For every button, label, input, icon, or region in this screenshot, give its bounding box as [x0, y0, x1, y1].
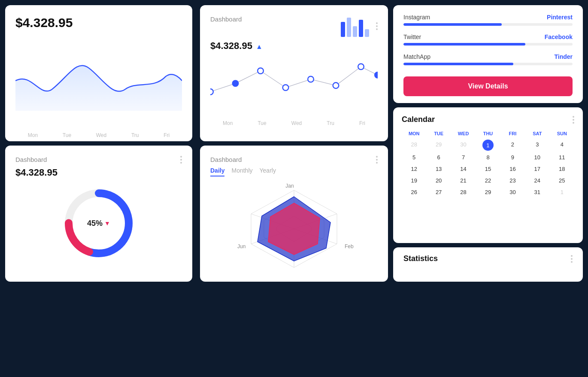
tab-yearly[interactable]: Yearly: [260, 167, 276, 176]
tab-daily[interactable]: Daily: [210, 167, 224, 176]
cal-day-4[interactable]: 4: [550, 140, 574, 151]
cal-day-8[interactable]: 8: [476, 152, 500, 162]
progress-bg-twitter: [403, 43, 573, 46]
card-header-dot: Dashboard: [210, 15, 378, 37]
cal-day-13[interactable]: 13: [426, 164, 451, 174]
dot-label-tue: Tue: [258, 120, 266, 126]
label-wed: Wed: [96, 132, 106, 138]
cal-week-3: 12 13 14 15 16 17 18: [402, 164, 574, 174]
cal-day-1-today[interactable]: 1: [482, 140, 494, 151]
social-row-twitter: Twitter Facebook: [403, 33, 573, 46]
svg-point-8: [333, 82, 339, 88]
cal-week-1: 28 29 30 1 2 3 4: [402, 140, 574, 151]
social-right-tinder: Tinder: [554, 53, 573, 60]
bar-4: [359, 20, 363, 37]
card-area-chart: $4.328.95 Mon Tue Wed Tru Fri: [5, 5, 192, 141]
cal-day-25[interactable]: 25: [550, 176, 574, 185]
svg-point-6: [283, 85, 289, 91]
cal-day-29[interactable]: 29: [476, 187, 500, 197]
view-details-button[interactable]: View Details: [403, 76, 573, 96]
cal-day-26[interactable]: 26: [402, 187, 426, 197]
menu-dots-donut[interactable]: [180, 156, 182, 164]
cal-day-28-prev[interactable]: 28: [402, 140, 426, 151]
radar-tabs: Daily Monthly Yearly: [210, 167, 378, 176]
cal-day-12[interactable]: 12: [402, 164, 426, 174]
cal-day-6[interactable]: 6: [426, 152, 451, 162]
svg-point-3: [210, 89, 213, 95]
card-donut: Dashboard $4.328.95 45% ▼: [5, 146, 192, 282]
cal-header-sun: SUN: [550, 131, 574, 136]
bar-5: [365, 29, 369, 37]
cal-week-4: 19 20 21 22 23 24 25: [402, 176, 574, 185]
progress-fill-matchapp: [403, 63, 513, 65]
cal-day-22[interactable]: 22: [476, 176, 500, 185]
progress-bg-instagram: [403, 23, 573, 26]
cal-day-19[interactable]: 19: [402, 176, 426, 185]
social-left-instagram: Instagram: [403, 14, 430, 21]
cal-day-24[interactable]: 24: [525, 176, 549, 185]
cal-week-5: 26 27 28 29 30 31 1: [402, 187, 574, 197]
card-radar: Dashboard Daily Monthly Yearly: [200, 146, 388, 282]
card-title-donut: Dashboard: [15, 156, 47, 163]
donut-amount: $4.328.95: [15, 167, 182, 178]
cal-day-30-prev[interactable]: 30: [451, 140, 476, 151]
card-title-dot: Dashboard: [210, 15, 242, 23]
cal-day-1-next[interactable]: 1: [550, 187, 574, 197]
cal-day-17[interactable]: 17: [525, 164, 549, 174]
cal-day-28[interactable]: 28: [451, 187, 476, 197]
cal-header-thu: THU: [476, 131, 500, 136]
svg-point-7: [308, 76, 314, 82]
chart-labels-bottom: Mon Tue Wed Tru Fri: [15, 132, 182, 138]
svg-text:Jun: Jun: [237, 243, 246, 249]
cal-day-30[interactable]: 30: [500, 187, 525, 197]
card-dot-chart: Dashboard $4.328.95 ▲: [200, 5, 388, 141]
cal-day-3[interactable]: 3: [525, 140, 549, 151]
card-social: Instagram Pinterest Twitter Facebook Mat…: [393, 5, 583, 103]
menu-dots-stats[interactable]: [571, 255, 573, 263]
cal-day-15[interactable]: 15: [476, 164, 500, 174]
bar-1: [341, 22, 345, 37]
cal-day-18[interactable]: 18: [550, 164, 574, 174]
donut-chart: 45% ▼: [15, 182, 182, 264]
dot-chart-labels: Mon Tue Wed Tru Fri: [210, 120, 378, 126]
menu-dots-calendar[interactable]: [573, 116, 574, 124]
tab-monthly[interactable]: Monthly: [231, 167, 252, 176]
cal-day-9[interactable]: 9: [500, 152, 525, 162]
card-stats: Statistics: [393, 247, 583, 282]
cal-day-14[interactable]: 14: [451, 164, 476, 174]
dot-label-tru: Tru: [327, 120, 334, 126]
progress-fill-twitter: [403, 43, 525, 46]
cal-day-11[interactable]: 11: [550, 152, 574, 162]
label-fri: Fri: [164, 132, 170, 138]
bar-2: [347, 18, 351, 37]
cal-day-21[interactable]: 21: [451, 176, 476, 185]
cal-day-5[interactable]: 5: [402, 152, 426, 162]
social-row-instagram: Instagram Pinterest: [403, 14, 573, 26]
cal-day-10[interactable]: 10: [525, 152, 549, 162]
cal-day-7[interactable]: 7: [451, 152, 476, 162]
cal-day-29-prev[interactable]: 29: [426, 140, 451, 151]
calendar-grid: MON TUE WED THU FRI SAT SUN 28 29 30 1 2…: [402, 131, 574, 197]
cal-day-31[interactable]: 31: [525, 187, 549, 197]
calendar-title: Calendar: [402, 115, 435, 124]
menu-dots-radar[interactable]: [376, 156, 378, 164]
cal-day-16[interactable]: 16: [500, 164, 525, 174]
donut-label: 45% ▼: [87, 219, 110, 228]
cal-day-27[interactable]: 27: [426, 187, 451, 197]
cal-header-wed: WED: [451, 131, 476, 136]
cal-day-20[interactable]: 20: [426, 176, 451, 185]
social-right-facebook: Facebook: [545, 33, 573, 40]
cal-week-2: 5 6 7 8 9 10 11: [402, 152, 574, 162]
cal-header-fri: FRI: [500, 131, 525, 136]
column-2: Dashboard $4.328.95 ▲: [197, 0, 391, 287]
dot-label-fri: Fri: [359, 120, 365, 126]
svg-text:Feb: Feb: [345, 243, 354, 249]
card-header-donut: Dashboard: [15, 156, 182, 164]
radar-chart-container: Jan Feb Jun: [210, 182, 378, 276]
cal-day-23[interactable]: 23: [500, 176, 525, 185]
menu-dots-dot-chart[interactable]: [376, 22, 378, 30]
social-row-matchapp: MatchApp Tinder: [403, 53, 573, 65]
top-amount: $4.328.95: [15, 15, 182, 30]
svg-point-4: [233, 80, 239, 86]
cal-day-2[interactable]: 2: [500, 140, 525, 151]
